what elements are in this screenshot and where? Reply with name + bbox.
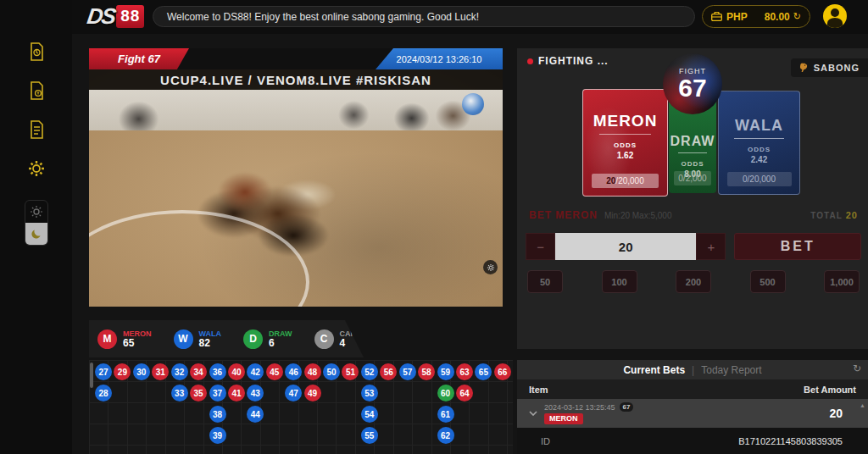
result-cell-53[interactable]: 53 (361, 385, 378, 401)
bets-column-headers: Item Bet Amount (517, 379, 868, 399)
meron-pool: 20/20,000 (592, 174, 659, 188)
result-cell-36[interactable]: 36 (209, 363, 226, 380)
user-avatar[interactable] (823, 4, 847, 28)
meron-bet-card[interactable]: MERON ODDS 1.62 20/20,000 (582, 89, 668, 197)
result-cell-65[interactable]: 65 (475, 363, 492, 380)
tab-separator: | (692, 364, 694, 376)
summary-meron: M MERON 65 (97, 329, 152, 349)
result-cell-38[interactable]: 38 (209, 406, 226, 423)
dark-theme-moon-icon[interactable] (25, 223, 47, 245)
chip-100[interactable]: 100 (602, 270, 637, 293)
result-cell-63[interactable]: 63 (456, 363, 473, 380)
meron-card-divider (599, 134, 651, 135)
result-cell-35[interactable]: 35 (190, 385, 207, 401)
result-cell-50[interactable]: 50 (323, 363, 340, 380)
video-settings-icon[interactable] (483, 260, 498, 274)
video-stream[interactable]: UCUP4.LIVE / VENOM8.LIVE #RISKISAN (89, 69, 503, 307)
game-type-badge[interactable]: SABONG (791, 58, 868, 77)
draw-pool-max: /2,000 (683, 174, 707, 183)
scroll-up-arrow-icon[interactable]: ▲ (860, 402, 865, 408)
result-cell-39[interactable]: 39 (209, 427, 226, 444)
light-theme-sun-icon[interactable] (25, 201, 47, 223)
wala-card-title: WALA (735, 117, 783, 135)
bet-side-badge: MERON (544, 413, 583, 424)
chevron-down-icon[interactable] (529, 411, 537, 416)
meron-count: 65 (123, 339, 152, 348)
result-cell-30[interactable]: 30 (133, 363, 150, 380)
bets-refresh-icon[interactable]: ↻ (853, 363, 861, 374)
result-cell-42[interactable]: 42 (247, 363, 264, 380)
result-cell-45[interactable]: 45 (266, 363, 283, 380)
result-cell-27[interactable]: 27 (95, 363, 112, 380)
bet-id-value: B1710221145803839305 (738, 436, 843, 446)
result-cell-61[interactable]: 61 (437, 406, 454, 423)
ds88-logo[interactable]: DS 88 (87, 3, 144, 30)
result-cell-58[interactable]: 58 (418, 363, 435, 380)
wala-pool: 0/20,000 (727, 172, 792, 186)
result-cell-34[interactable]: 34 (190, 363, 207, 380)
result-cell-49[interactable]: 49 (304, 385, 321, 401)
draw-count: 6 (269, 339, 292, 348)
live-video-panel: Fight 67 2024/03/12 13:26:10 UCUP4.LIVE … (89, 48, 503, 307)
result-cell-59[interactable]: 59 (437, 363, 454, 380)
result-cell-55[interactable]: 55 (361, 427, 378, 444)
result-cell-56[interactable]: 56 (380, 363, 397, 380)
result-cell-41[interactable]: 41 (228, 385, 245, 401)
result-cell-62[interactable]: 62 (437, 427, 454, 444)
result-cell-44[interactable]: 44 (247, 406, 264, 423)
result-cell-32[interactable]: 32 (171, 363, 188, 380)
game-badge-label: SABONG (814, 63, 860, 73)
chip-1000[interactable]: 1,000 (824, 270, 860, 293)
result-cell-57[interactable]: 57 (399, 363, 416, 380)
wala-bet-card[interactable]: WALA ODDS 2.42 0/20,000 (718, 91, 800, 195)
video-timestamp-badge: 2024/03/12 13:26:10 (376, 48, 503, 69)
bet-datetime: 2024-03-12 13:25:45 67 (544, 402, 633, 412)
draw-odds-label: ODDS (681, 160, 704, 168)
chip-500[interactable]: 500 (750, 270, 786, 293)
bet-amount-input[interactable] (555, 233, 696, 260)
result-cell-37[interactable]: 37 (209, 385, 226, 401)
result-cell-64[interactable]: 64 (456, 385, 473, 401)
result-cell-33[interactable]: 33 (171, 385, 188, 401)
result-cell-40[interactable]: 40 (228, 363, 245, 380)
result-cell-28[interactable]: 28 (95, 385, 112, 401)
wala-odds-value: 2.42 (751, 155, 767, 164)
report-document-icon[interactable] (25, 41, 47, 63)
balance-refresh-icon[interactable]: ↻ (793, 11, 801, 22)
bet-side-label: BET MERON (529, 209, 598, 221)
tab-current-bets[interactable]: Current Bets (623, 364, 685, 376)
grid-scrollbar[interactable] (90, 363, 93, 388)
rules-document-icon[interactable] (25, 119, 47, 141)
result-cell-54[interactable]: 54 (361, 406, 378, 423)
bet-row[interactable]: 2024-03-12 13:25:45 67 MERON 20 ▲ (517, 399, 868, 428)
result-cell-47[interactable]: 47 (285, 385, 302, 401)
result-cell-48[interactable]: 48 (304, 363, 321, 380)
chip-50[interactable]: 50 (527, 270, 563, 293)
result-cell-29[interactable]: 29 (114, 363, 131, 380)
decrease-amount-button[interactable]: − (526, 233, 555, 260)
chip-200[interactable]: 200 (676, 270, 711, 293)
summary-cancel: C CANCEL 4 (314, 329, 372, 349)
bet-total-value: 20 (846, 210, 858, 220)
increase-amount-button[interactable]: + (696, 233, 726, 260)
result-cell-52[interactable]: 52 (361, 363, 378, 380)
tab-today-report[interactable]: Today Report (701, 364, 761, 376)
bet-button[interactable]: BET (734, 233, 861, 260)
fight-number-badge: Fight 67 (89, 48, 189, 69)
result-cell-66[interactable]: 66 (494, 363, 511, 380)
fight-status-text: FIGHTING ... (538, 55, 609, 67)
bet-total-label: TOTAL (810, 211, 842, 220)
result-cell-43[interactable]: 43 (247, 385, 264, 401)
result-cell-51[interactable]: 51 (342, 363, 359, 380)
wallet-balance[interactable]: PHP 80.00 ↻ (702, 5, 810, 28)
draw-circle-badge: D (243, 329, 263, 349)
result-cell-31[interactable]: 31 (152, 363, 169, 380)
video-header: Fight 67 2024/03/12 13:26:10 (89, 48, 503, 69)
settings-gear-icon[interactable] (25, 158, 47, 180)
result-cell-46[interactable]: 46 (285, 363, 302, 380)
results-history-grid[interactable]: 2729303132343640424546485051525657585963… (89, 360, 513, 454)
live-status-dot-icon (527, 58, 533, 64)
column-bet-amount: Bet Amount (804, 385, 856, 395)
bet-records-icon[interactable] (25, 80, 47, 102)
result-cell-60[interactable]: 60 (437, 385, 454, 401)
